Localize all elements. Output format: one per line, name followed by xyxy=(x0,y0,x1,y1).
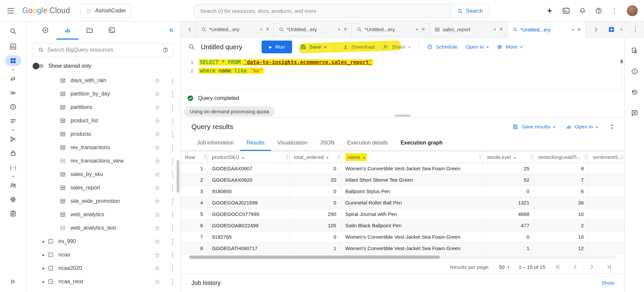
tree-item-table[interactable]: sales_report☆⋮ xyxy=(26,181,180,194)
item-more-icon[interactable]: ⋮ xyxy=(170,171,172,178)
tab-caret-icon[interactable]: ▾ xyxy=(338,27,340,31)
schedule-button[interactable]: Schedule xyxy=(427,44,458,50)
migration-icon[interactable]: [⋯] xyxy=(5,162,21,173)
scrollbar-thumb[interactable] xyxy=(189,255,440,259)
item-more-icon[interactable]: ⋮ xyxy=(170,251,172,259)
tab-caret-icon[interactable]: ▾ xyxy=(494,27,496,31)
editor-tab[interactable]: *Untitled...ery▾× xyxy=(508,21,586,38)
job-information-icon[interactable] xyxy=(628,66,641,76)
feedback-icon[interactable] xyxy=(628,108,641,118)
tab-caret-icon[interactable]: ▾ xyxy=(260,27,262,31)
expand-arrow-icon[interactable]: ▸ xyxy=(40,279,48,284)
tree-item-table[interactable]: web_analytics_test☆⋮ xyxy=(26,221,180,235)
download-button[interactable]: Download xyxy=(342,44,375,50)
expand-nav-icon[interactable] xyxy=(5,276,21,287)
column-header[interactable]: stockLevel▾ xyxy=(482,151,534,163)
tab-close-icon[interactable]: × xyxy=(342,26,348,33)
item-more-icon[interactable]: ⋮ xyxy=(170,144,172,152)
column-header[interactable]: productSKU▾ xyxy=(208,151,289,163)
sql-editor[interactable]: 1SELECT * FROM `data-to-insights.ecommer… xyxy=(181,56,625,90)
open-in-button[interactable]: Open in ▾ xyxy=(466,44,489,50)
editor-tab[interactable]: *Untitled...ery▾× xyxy=(274,21,352,37)
results-tab-json[interactable]: JSON xyxy=(314,135,341,151)
last-page-icon[interactable] xyxy=(605,263,612,271)
results-tab-execution-details[interactable]: Execution details xyxy=(341,135,394,151)
sharing-icon[interactable] xyxy=(5,180,21,191)
item-more-icon[interactable]: ⋮ xyxy=(170,104,172,111)
tree-item-dataset[interactable]: ▸ncaa_next☆⋮ xyxy=(26,275,180,288)
star-icon[interactable]: ☆ xyxy=(154,251,160,259)
column-header[interactable]: Row xyxy=(181,151,208,163)
star-icon[interactable]: ☆ xyxy=(154,90,160,98)
help-icon[interactable] xyxy=(163,47,169,53)
expand-arrow-icon[interactable]: ▸ xyxy=(40,252,48,257)
star-icon[interactable]: ☆ xyxy=(154,171,160,178)
tab-bar-more-icon[interactable]: ⋮ xyxy=(632,21,644,37)
job-history-bar[interactable]: Job history Show xyxy=(181,274,625,292)
explorer-nav-insights[interactable] xyxy=(56,21,79,40)
column-header[interactable]: name▾ xyxy=(341,151,482,163)
more-options-icon[interactable]: ⋮ xyxy=(611,7,618,15)
scheduled-queries-icon[interactable]: ≫ xyxy=(5,87,21,99)
item-more-icon[interactable]: ⋮ xyxy=(170,184,172,192)
star-icon[interactable]: ☆ xyxy=(154,197,160,205)
analysis-icon[interactable] xyxy=(5,41,21,52)
governance-icon[interactable] xyxy=(5,148,21,159)
editor-scrollbar-thumb[interactable] xyxy=(620,60,623,63)
tree-item-table[interactable]: product_list☆⋮ xyxy=(26,114,180,127)
per-page-select[interactable]: 50▾ xyxy=(499,264,509,270)
explorer-nav-folder[interactable] xyxy=(79,21,101,40)
column-header[interactable]: restockingLeadTi... xyxy=(534,151,588,163)
tree-item-dataset[interactable]: ▸irs_990☆⋮ xyxy=(26,235,180,248)
save-button[interactable]: Save ▾ xyxy=(300,44,326,50)
expand-arrow-icon[interactable]: ▸ xyxy=(40,266,48,271)
collapse-panel-icon[interactable]: « xyxy=(169,25,174,36)
transfers-icon[interactable]: ⇄ xyxy=(5,73,21,84)
tree-item-dataset[interactable]: ▸ncaa☆⋮ xyxy=(26,248,180,261)
sql-table-reference[interactable]: `data-to-insights.ecommerce.sales_report… xyxy=(244,59,372,65)
data-prep-icon[interactable] xyxy=(5,133,21,145)
results-tab-results[interactable]: Results xyxy=(240,135,271,151)
previous-page-icon[interactable] xyxy=(571,263,579,271)
editor-tab[interactable]: *Untitled...ery▾× xyxy=(352,21,430,37)
save-results-button[interactable]: Save results ▾ xyxy=(512,124,555,130)
history-icon[interactable] xyxy=(5,101,21,113)
tree-item-table[interactable]: products☆⋮ xyxy=(26,127,180,141)
tree-item-table[interactable]: partitions☆⋮ xyxy=(26,101,180,114)
item-more-icon[interactable]: ⋮ xyxy=(170,211,172,219)
explorer-scrollbar[interactable] xyxy=(177,160,179,193)
share-button[interactable]: Share ▾ xyxy=(383,44,410,50)
admin-icon[interactable] xyxy=(5,194,21,205)
tree-item-table[interactable]: partition_by_day☆⋮ xyxy=(26,87,180,101)
tabs-scroll-right-icon[interactable] xyxy=(590,26,602,33)
item-more-icon[interactable]: ⋮ xyxy=(170,157,172,165)
column-header[interactable]: total_ordered▾ xyxy=(289,151,341,163)
notifications-bell-icon[interactable] xyxy=(579,7,586,14)
workspace-icon[interactable] xyxy=(5,55,21,66)
new-tab-caret-icon[interactable]: ▾ xyxy=(620,27,622,31)
column-header[interactable]: sentimentS... xyxy=(588,151,625,163)
hamburger-menu-icon[interactable] xyxy=(7,8,14,13)
help-icon[interactable] xyxy=(595,7,602,14)
resize-handle[interactable] xyxy=(395,115,410,117)
star-icon[interactable]: ☆ xyxy=(154,278,160,286)
more-button[interactable]: More ▾ xyxy=(497,44,522,50)
column-sort-caret-icon[interactable]: ▾ xyxy=(327,156,328,160)
open-results-in-button[interactable]: Open in ▾ xyxy=(566,124,598,130)
tree-item-table[interactable]: days_with_rain☆⋮ xyxy=(26,74,180,87)
star-icon[interactable]: ☆ xyxy=(154,265,160,272)
results-tab-visualization[interactable]: Visualization xyxy=(271,135,314,151)
tab-close-icon[interactable]: × xyxy=(498,26,504,33)
tab-close-icon[interactable]: × xyxy=(576,26,582,33)
project-selector[interactable]: AshishCoder xyxy=(80,4,132,17)
tree-item-table[interactable]: site_wide_promotion☆⋮ xyxy=(26,194,180,208)
tabs-scroll-left-icon[interactable] xyxy=(183,21,196,37)
tree-item-table[interactable]: web_analytics☆⋮ xyxy=(26,208,180,221)
tree-item-table[interactable]: sales_by_sku☆⋮ xyxy=(26,168,180,181)
global-search-input[interactable] xyxy=(194,4,451,17)
explore-data-icon[interactable] xyxy=(628,46,641,56)
tab-caret-icon[interactable]: ▾ xyxy=(416,27,418,31)
editor-tab[interactable]: sales_report▾× xyxy=(430,21,508,37)
run-button[interactable]: ▶ Run xyxy=(262,41,292,53)
star-icon[interactable]: ☆ xyxy=(154,238,160,245)
